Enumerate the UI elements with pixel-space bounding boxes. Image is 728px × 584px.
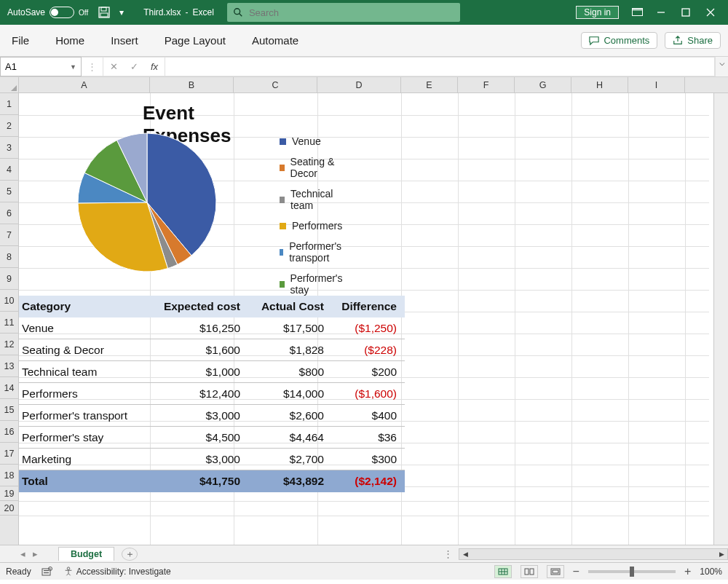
enter-formula-icon[interactable]: ✓ [124, 61, 144, 72]
total-actual: $43,892 [248, 475, 331, 488]
minimize-icon[interactable] [657, 8, 668, 17]
svg-rect-20 [525, 569, 529, 575]
row-header-13[interactable]: 13 [0, 355, 18, 377]
sign-in-button[interactable]: Sign in [576, 6, 619, 19]
accessibility-icon[interactable]: Accessibility: Investigate [63, 567, 171, 577]
row-header-6[interactable]: 6 [0, 202, 18, 224]
row-header-1[interactable]: 1 [0, 93, 18, 115]
row-header-15[interactable]: 15 [0, 399, 18, 421]
formula-bar[interactable] [165, 57, 715, 76]
row-header-3[interactable]: 3 [0, 137, 18, 159]
normal-view-icon[interactable] [494, 565, 512, 578]
column-header-C[interactable]: C [234, 77, 317, 92]
row-header-18[interactable]: 18 [0, 465, 18, 486]
pie-chart[interactable] [74, 130, 234, 290]
worksheet-grid[interactable]: 1234567891011121314151617181920 Event Ex… [0, 93, 728, 545]
tab-file[interactable]: File [7, 31, 33, 50]
table-row[interactable]: Marketing$3,000$2,700$300 [19, 449, 405, 470]
share-button[interactable]: Share [665, 32, 721, 49]
cell-category: Performers [19, 387, 153, 400]
name-box-value: A1 [5, 61, 17, 72]
row-header-4[interactable]: 4 [0, 159, 18, 181]
ribbon-display-icon[interactable] [632, 8, 644, 17]
total-label: Total [19, 475, 153, 488]
row-header-19[interactable]: 19 [0, 486, 18, 501]
row-header-5[interactable]: 5 [0, 181, 18, 202]
cancel-formula-icon[interactable]: ✕ [103, 61, 124, 72]
chevron-down-icon[interactable]: ▼ [70, 63, 76, 71]
table-row[interactable]: Performers$12,400$14,000($1,600) [19, 383, 405, 405]
svg-point-15 [67, 567, 70, 569]
table-row[interactable]: Performer's transport$3,000$2,600$400 [19, 405, 405, 427]
tab-home[interactable]: Home [51, 31, 89, 50]
select-all-corner[interactable] [0, 77, 19, 92]
tab-automate[interactable]: Automate [248, 31, 303, 50]
table-row[interactable]: Venue$16,250$17,500($1,250) [19, 317, 405, 339]
toggle-track[interactable] [50, 7, 74, 18]
maximize-icon[interactable] [681, 8, 693, 17]
column-header-B[interactable]: B [150, 77, 234, 92]
save-icon[interactable] [95, 7, 113, 18]
column-header-G[interactable]: G [515, 77, 571, 92]
comments-button[interactable]: Comments [581, 32, 657, 49]
column-header-I[interactable]: I [628, 77, 685, 92]
formula-expand-icon[interactable]: ⌵ [715, 57, 728, 76]
zoom-in-icon[interactable]: + [684, 565, 691, 578]
legend-swatch [280, 281, 285, 288]
column-header-F[interactable]: F [458, 77, 515, 92]
sheet-nav[interactable]: ◂▸ [0, 548, 58, 559]
autosave-toggle[interactable]: AutoSave Off [0, 7, 95, 18]
page-break-view-icon[interactable] [547, 565, 564, 578]
column-header-D[interactable]: D [317, 77, 401, 92]
column-header-H[interactable]: H [571, 77, 628, 92]
row-header-20[interactable]: 20 [0, 501, 18, 516]
column-header-E[interactable]: E [401, 77, 458, 92]
search-box[interactable] [227, 3, 460, 22]
autosave-label: AutoSave [7, 7, 45, 17]
table-row[interactable]: Performer's stay$4,500$4,464$36 [19, 427, 405, 449]
row-header-8[interactable]: 8 [0, 246, 18, 268]
row-header-11[interactable]: 11 [0, 312, 18, 334]
zoom-out-icon[interactable]: − [573, 565, 579, 578]
formula-row: A1 ▼ ⋮ ✕ ✓ fx ⌵ [0, 57, 728, 77]
tab-page-layout[interactable]: Page Layout [160, 31, 230, 50]
column-header-A[interactable]: A [19, 77, 150, 92]
add-sheet-button[interactable]: ＋ [122, 548, 138, 561]
row-header-2[interactable]: 2 [0, 115, 18, 137]
sheet-split-icon[interactable]: ⋮ [443, 548, 453, 559]
row-header-9[interactable]: 9 [0, 268, 18, 290]
svg-point-3 [234, 9, 240, 15]
table-row[interactable]: Seating & Decor$1,600$1,828($228) [19, 339, 405, 361]
search-icon [233, 7, 243, 17]
share-icon [673, 36, 683, 46]
cell-expected: $3,000 [153, 409, 248, 422]
vertical-scrollbar[interactable] [713, 93, 728, 545]
scroll-right-icon[interactable]: ▶ [716, 551, 727, 558]
row-header-10[interactable]: 10 [0, 290, 18, 312]
scroll-left-icon[interactable]: ◀ [459, 551, 471, 558]
legend-swatch [280, 138, 286, 145]
search-input[interactable] [249, 7, 454, 18]
legend-swatch [280, 223, 286, 229]
macro-record-icon[interactable] [41, 567, 53, 577]
total-difference: ($2,142) [331, 475, 404, 488]
zoom-slider[interactable] [588, 570, 676, 573]
legend-label: Technical team [290, 188, 344, 211]
row-header-16[interactable]: 16 [0, 421, 18, 443]
tab-insert[interactable]: Insert [106, 31, 143, 50]
sheet-tab-budget[interactable]: Budget [58, 547, 114, 561]
name-box[interactable]: A1 ▼ [0, 57, 82, 76]
row-header-12[interactable]: 12 [0, 334, 18, 355]
page-layout-view-icon[interactable] [521, 565, 538, 578]
row-header-17[interactable]: 17 [0, 443, 18, 465]
horizontal-scrollbar[interactable]: ◀ ▶ [459, 548, 728, 560]
row-header-7[interactable]: 7 [0, 224, 18, 246]
qat-overflow-icon[interactable]: ▾ [113, 7, 130, 17]
close-icon[interactable] [706, 8, 718, 17]
legend-label: Venue [292, 135, 321, 147]
row-header-14[interactable]: 14 [0, 377, 18, 399]
table-row[interactable]: Technical team$1,000$800$200 [19, 361, 405, 383]
formula-input[interactable] [165, 61, 714, 72]
cell-expected: $1,600 [153, 344, 248, 357]
fx-icon[interactable]: fx [144, 61, 165, 72]
